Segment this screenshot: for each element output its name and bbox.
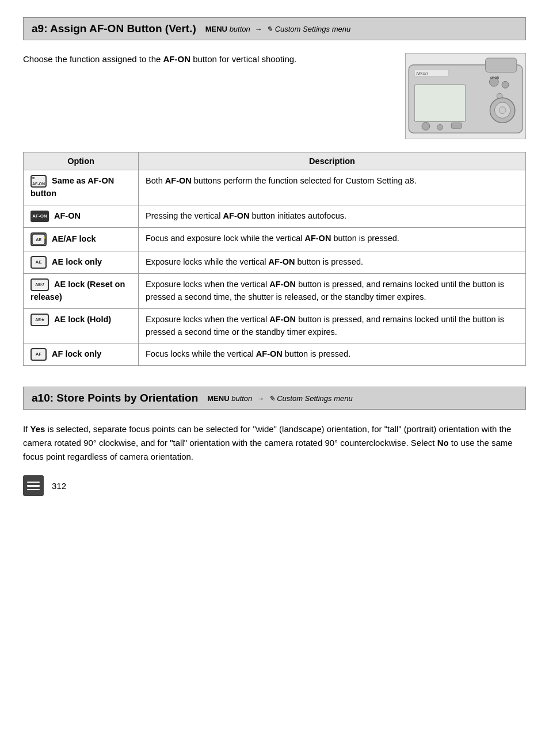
icon-ae-lock-reset: AE↺ bbox=[30, 278, 49, 291]
col-description-header: Description bbox=[139, 152, 526, 170]
svg-point-6 bbox=[502, 81, 509, 88]
svg-rect-4 bbox=[414, 85, 466, 121]
svg-text:AF-ON: AF-ON bbox=[490, 77, 499, 79]
menu-button-text: button bbox=[230, 25, 250, 33]
table-row: AE AE lock only Exposure locks while the… bbox=[24, 251, 526, 273]
table-row: AE↺ AE lock (Reset onrelease) Exposure l… bbox=[24, 273, 526, 308]
svg-point-11 bbox=[422, 122, 430, 130]
menu-button-text-a10: button bbox=[231, 394, 252, 403]
option-cell-7: AF AF lock only bbox=[24, 343, 139, 366]
svg-point-10 bbox=[499, 107, 506, 114]
menu-settings-text: ✎ Custom Settings menu bbox=[266, 25, 350, 33]
icon-ae-lock-hold: AE★ bbox=[30, 314, 49, 326]
icon-ae-lock-only: AE bbox=[30, 256, 47, 269]
svg-text:AE: AE bbox=[36, 238, 41, 242]
option-cell-3: AE🔒 AE/AF lock bbox=[24, 227, 139, 251]
description-cell-6: Exposure locks when the vertical AF-ON b… bbox=[139, 308, 526, 343]
menu-icon bbox=[23, 475, 44, 496]
option-name-4: AE lock only bbox=[52, 257, 102, 266]
icon-af-lock-only: AF bbox=[30, 348, 47, 361]
page-footer: 312 bbox=[23, 475, 526, 496]
icon-aeaf-lock: AE🔒 bbox=[30, 232, 47, 246]
table-row: AF-ON AF-ON Pressing the vertical AF-ON … bbox=[24, 205, 526, 227]
menu-icon-line2 bbox=[27, 485, 40, 487]
svg-text:🔒: 🔒 bbox=[43, 235, 45, 239]
description-cell-5: Exposure locks when the vertical AF-ON b… bbox=[139, 273, 526, 308]
description-cell-2: Pressing the vertical AF-ON button initi… bbox=[139, 205, 526, 227]
table-row: =AF-ON Same as AF-ONbutton Both AF-ON bu… bbox=[24, 170, 526, 205]
option-name-2: AF-ON bbox=[54, 211, 81, 220]
description-cell-3: Focus and exposure lock while the vertic… bbox=[139, 227, 526, 251]
table-row: AE★ AE lock (Hold) Exposure locks when t… bbox=[24, 308, 526, 343]
intro-area: Choose the function assigned to the AF-O… bbox=[23, 53, 526, 139]
camera-image: Nikon AF-ON bbox=[405, 53, 526, 139]
section-a9-menu: MENU button → ✎ Custom Settings menu bbox=[205, 25, 350, 33]
a10-body-text: If Yes is selected, separate focus point… bbox=[23, 422, 526, 464]
svg-text:Nikon: Nikon bbox=[416, 71, 428, 76]
description-cell-4: Exposure locks while the vertical AF-ON … bbox=[139, 251, 526, 273]
option-cell-5: AE↺ AE lock (Reset onrelease) bbox=[24, 273, 139, 308]
menu-word-a10: MENU bbox=[207, 394, 229, 403]
table-row: AF AF lock only Focus locks while the ve… bbox=[24, 343, 526, 366]
option-cell-4: AE AE lock only bbox=[24, 251, 139, 273]
menu-icon-line1 bbox=[27, 482, 40, 483]
section-a10-menu: MENU button → ✎ Custom Settings menu bbox=[207, 394, 352, 403]
section-a10-header: a10: Store Points by Orientation MENU bu… bbox=[23, 387, 526, 410]
option-cell-1: =AF-ON Same as AF-ONbutton bbox=[24, 170, 139, 205]
description-cell-1: Both AF-ON buttons perform the function … bbox=[139, 170, 526, 205]
options-table: Option Description =AF-ON Same as AF-ONb… bbox=[23, 152, 526, 366]
section-a9-header: a9: Assign AF-ON Button (Vert.) MENU but… bbox=[23, 17, 526, 40]
camera-diagram-svg: Nikon AF-ON bbox=[406, 54, 525, 139]
description-cell-7: Focus locks while the vertical AF-ON but… bbox=[139, 343, 526, 366]
svg-rect-13 bbox=[451, 123, 462, 128]
svg-rect-1 bbox=[486, 58, 517, 72]
icon-same-afon: =AF-ON bbox=[30, 175, 47, 188]
option-name-6: AE lock (Hold) bbox=[54, 315, 111, 324]
option-name-7: AF lock only bbox=[52, 349, 101, 358]
option-name-3: AE/AF lock bbox=[52, 234, 96, 243]
icon-afon: AF-ON bbox=[30, 211, 49, 222]
col-option-header: Option bbox=[24, 152, 139, 170]
menu-settings-text-a10: ✎ Custom Settings menu bbox=[269, 394, 353, 403]
menu-icon-line3 bbox=[27, 489, 40, 491]
page-number: 312 bbox=[52, 481, 66, 491]
intro-text: Choose the function assigned to the AF-O… bbox=[23, 53, 391, 66]
menu-arrow-a10: → bbox=[257, 394, 264, 403]
menu-arrow: → bbox=[254, 25, 262, 33]
section-a9-title: a9: Assign AF-ON Button (Vert.) bbox=[32, 22, 196, 35]
section-a10-title: a10: Store Points by Orientation bbox=[32, 392, 198, 404]
svg-point-12 bbox=[437, 124, 443, 130]
option-cell-2: AF-ON AF-ON bbox=[24, 205, 139, 227]
menu-word: MENU bbox=[205, 25, 227, 33]
table-row: AE🔒 AE/AF lock Focus and exposure lock w… bbox=[24, 227, 526, 251]
option-cell-6: AE★ AE lock (Hold) bbox=[24, 308, 139, 343]
